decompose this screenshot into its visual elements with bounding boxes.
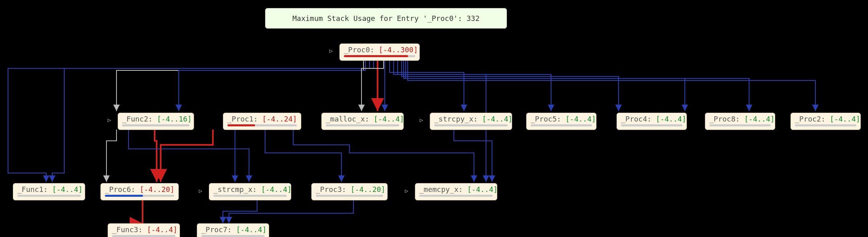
expand-marker-icon[interactable]: ▷: [329, 47, 333, 54]
node-proc2[interactable]: _Proc2: [-4..4]: [790, 113, 861, 130]
node-strcpy-x[interactable]: _strcpy_x: [-4..4]: [430, 113, 512, 130]
node-proc5[interactable]: _Proc5: [-4..4]: [526, 113, 596, 130]
node-range: [-4..4]: [261, 185, 292, 194]
node-label: _malloc_x: [326, 115, 365, 123]
node-range: [-4..4]: [467, 185, 498, 194]
node-range: [-4..24]: [262, 115, 297, 123]
node-range: [-4..4]: [482, 115, 513, 123]
usage-bar: [17, 195, 81, 197]
node-proc4[interactable]: _Proc4: [-4..4]: [617, 113, 687, 130]
node-range: [-4..16]: [157, 115, 192, 123]
node-range: [-4..4]: [147, 225, 178, 234]
node-range: [-4..4]: [374, 115, 404, 123]
node-proc0[interactable]: _Proc0: [-4..300]: [339, 43, 420, 61]
node-range: [-4..300]: [379, 45, 418, 54]
node-label: _strcpy_x: [434, 115, 474, 123]
node-label: _Proc6: [105, 185, 131, 194]
node-label: _Proc4: [621, 115, 647, 123]
usage-bar: [201, 235, 265, 237]
usage-bar: [213, 195, 287, 197]
node-proc6[interactable]: _Proc6: [-4..20]: [100, 183, 179, 200]
node-label: _Proc8: [709, 115, 735, 123]
node-func1[interactable]: _Func1: [-4..4]: [13, 183, 85, 200]
node-range: [-4..4]: [656, 115, 686, 123]
usage-bar: [621, 124, 682, 126]
usage-bar: [326, 124, 399, 126]
usage-bar: [112, 235, 176, 237]
node-label: _Proc2: [795, 115, 821, 123]
node-label: _Func2: [122, 115, 148, 123]
node-memcpy-x[interactable]: _memcpy_x: [-4..4]: [415, 183, 497, 200]
usage-bar: [795, 124, 856, 126]
title-box: Maximum Stack Usage for Entry '_Proc0': …: [265, 8, 507, 29]
usage-bar: [344, 55, 415, 57]
node-range: [-4..4]: [236, 225, 267, 234]
expand-marker-icon[interactable]: ▷: [108, 117, 111, 123]
usage-bar: [419, 195, 493, 197]
node-strcmp-x[interactable]: _strcmp_x: [-4..4]: [209, 183, 291, 200]
node-range: [-4..4]: [830, 115, 860, 123]
usage-bar: [709, 124, 771, 126]
node-label: _Proc7: [201, 225, 227, 234]
node-range: [-4..4]: [744, 115, 775, 123]
node-func2[interactable]: _Func2: [-4..16]: [118, 113, 194, 130]
node-label: _Proc0: [344, 45, 370, 54]
node-proc1[interactable]: _Proc1: [-4..24]: [223, 113, 301, 130]
expand-marker-icon[interactable]: ▷: [405, 188, 408, 194]
node-malloc-x[interactable]: _malloc_x: [-4..4]: [321, 113, 404, 130]
expand-marker-icon[interactable]: ▷: [420, 117, 423, 123]
node-proc3[interactable]: _Proc3: [-4..20]: [311, 183, 388, 200]
node-label: _Proc5: [531, 115, 557, 123]
node-label: _Proc1: [227, 115, 253, 123]
usage-bar: [531, 124, 592, 126]
usage-bar: [105, 195, 174, 197]
node-range: [-4..4]: [52, 185, 83, 194]
node-label: _Func3: [112, 225, 138, 234]
node-label: _Func1: [17, 185, 43, 194]
usage-bar: [122, 124, 190, 126]
node-func3[interactable]: _Func3: [-4..4]: [108, 223, 180, 237]
title-text: Maximum Stack Usage for Entry '_Proc0': …: [292, 14, 480, 23]
node-label: _memcpy_x: [419, 185, 459, 194]
node-label: _Proc3: [316, 185, 342, 194]
usage-bar: [227, 124, 297, 126]
node-range: [-4..20]: [140, 185, 175, 194]
node-range: [-4..20]: [351, 185, 386, 194]
usage-bar: [434, 124, 508, 126]
node-label: _strcmp_x: [213, 185, 253, 194]
node-proc8[interactable]: _Proc8: [-4..4]: [705, 113, 775, 130]
expand-marker-icon[interactable]: ▷: [199, 188, 202, 194]
node-proc7[interactable]: _Proc7: [-4..4]: [197, 223, 269, 237]
node-range: [-4..4]: [566, 115, 596, 123]
usage-bar: [316, 195, 383, 197]
